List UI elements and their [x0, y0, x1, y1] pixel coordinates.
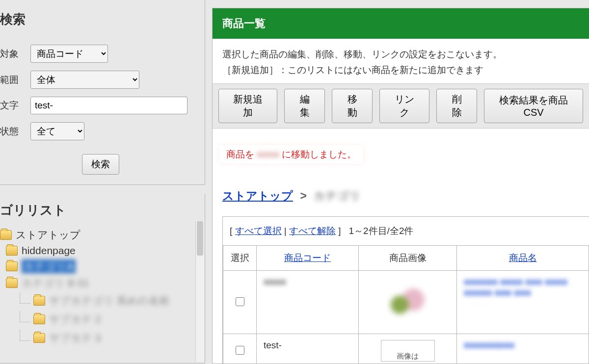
th-name-sort[interactable]: 商品名	[509, 253, 537, 263]
folder-icon	[33, 314, 45, 324]
tree-label: サブカテ 2	[49, 312, 101, 326]
page-title: 商品一覧	[213, 8, 589, 39]
notice-suffix: に移動しました。	[282, 149, 356, 159]
desc-line-2: ［新規追加］：このリストにはない商品を新たに追加できます	[222, 62, 579, 78]
no-image-placeholder: 画像は	[381, 340, 435, 362]
toolbar: 新規追加 編集 移動 リンク 削除 検索結果を商品CSV	[213, 83, 589, 129]
breadcrumb-root[interactable]: ストアトップ	[222, 189, 293, 202]
product-table: 選択 商品コード 商品画像 商品名 ■■■■■■■■■■ ■■■■ ■■■ ■■…	[223, 245, 589, 364]
category-tree: ストアトップhiddenpageカテゴリAカテゴリ B 01サブカテゴリ 長めの…	[0, 225, 205, 347]
select-state[interactable]: 全て	[30, 122, 84, 140]
range-text: 1～2件目/全2件	[348, 226, 413, 236]
add-button[interactable]: 新規追加	[218, 89, 277, 123]
tree-label: ストアトップ	[16, 228, 80, 242]
category-panel: ゴリリスト ストアトップhiddenpageカテゴリAカテゴリ B 01サブカテ…	[0, 194, 205, 364]
tree-item[interactable]: hiddenpage	[6, 243, 205, 258]
row-range: 範囲 全体	[0, 71, 201, 89]
breadcrumb-sep: >	[300, 189, 306, 202]
tree-guide	[20, 330, 30, 341]
search-panel: 検索 対象 商品コード 範囲 全体 文字 状態 全て	[0, 0, 205, 185]
scrollbar[interactable]	[195, 221, 204, 362]
move-button[interactable]: 移動	[332, 89, 373, 123]
tree-item[interactable]: サブカテゴリ 長めの名前	[23, 291, 205, 310]
select-range[interactable]: 全体	[30, 71, 139, 89]
select-all-link[interactable]: すべて選択	[235, 226, 282, 236]
label-text: 文字	[0, 99, 30, 112]
tree-item[interactable]: ストアトップ	[0, 227, 205, 243]
desc-line-1: 選択した商品の編集、削除、移動、リンクの設定をおこないます。	[222, 47, 579, 62]
tree-label: カテゴリA	[22, 260, 76, 273]
folder-icon	[33, 296, 45, 306]
tree-item[interactable]: サブカテ 2	[23, 310, 205, 329]
search-title: 検索	[0, 0, 201, 37]
cell-name: ■■■■■■■■■	[464, 340, 514, 350]
row-checkbox[interactable]	[236, 346, 244, 355]
table-row: test-画像は■■■■■■■■■	[223, 334, 589, 364]
cell-code: test-	[264, 340, 282, 350]
table-row: ■■■■■■■■■■ ■■■■ ■■■ ■■■■ ■■■■■ ■■■ ■■■	[223, 270, 589, 334]
row-target: 対象 商品コード	[0, 45, 201, 63]
left-panel: 検索 対象 商品コード 範囲 全体 文字 状態 全て	[0, 0, 205, 364]
th-code-sort[interactable]: 商品コード	[284, 253, 331, 263]
tree-label: hiddenpage	[22, 245, 76, 257]
th-image: 商品画像	[359, 245, 457, 270]
tree-label: サブカテ 3	[49, 331, 101, 345]
list-controls: [ すべて選択 | すべて解除 ] 1～2件目/全2件	[223, 217, 589, 245]
folder-icon	[33, 333, 45, 343]
notice-target: ■■■■	[257, 149, 279, 159]
csv-button[interactable]: 検索結果を商品CSV	[484, 89, 583, 123]
cell-name: ■■■■■■ ■■■■ ■■■ ■■■■ ■■■■■ ■■■ ■■■	[464, 277, 567, 298]
row-checkbox[interactable]	[236, 297, 244, 306]
cell-code: ■■■■	[264, 277, 286, 287]
search-button[interactable]: 検索	[82, 154, 119, 175]
th-select: 選択	[223, 245, 257, 270]
select-target[interactable]: 商品コード	[30, 45, 108, 63]
folder-icon	[0, 230, 12, 240]
label-state: 状態	[0, 125, 30, 138]
input-search-text[interactable]	[30, 97, 187, 114]
tree-label: サブカテゴリ 長めの名前	[49, 294, 169, 308]
label-target: 対象	[0, 48, 30, 60]
delete-button[interactable]: 削除	[436, 89, 477, 123]
row-state: 状態 全て	[0, 122, 201, 140]
notice-prefix: 商品を	[226, 149, 254, 159]
product-list: [ すべて選択 | すべて解除 ] 1～2件目/全2件 選択 商品コード 商品画…	[222, 216, 589, 364]
label-range: 範囲	[0, 74, 30, 86]
category-title: ゴリリスト	[0, 194, 205, 225]
status-notice: 商品を ■■■■ に移動しました。	[219, 145, 363, 164]
page-description: 選択した商品の編集、削除、移動、リンクの設定をおこないます。 ［新規追加］：この…	[213, 39, 589, 83]
tree-label: カテゴリ B 01	[22, 276, 89, 290]
tree-item[interactable]: カテゴリ B 01	[6, 275, 205, 291]
row-text: 文字	[0, 97, 201, 114]
folder-icon	[6, 261, 18, 271]
edit-button[interactable]: 編集	[284, 89, 325, 123]
breadcrumb: ストアトップ > カテゴリ	[213, 164, 589, 204]
folder-icon	[6, 246, 18, 256]
folder-icon	[6, 278, 18, 288]
link-button[interactable]: リンク	[379, 89, 429, 123]
breadcrumb-current: カテゴリ	[314, 189, 361, 202]
right-panel: 商品一覧 選択した商品の編集、削除、移動、リンクの設定をおこないます。 ［新規追…	[212, 8, 589, 364]
tree-guide	[20, 293, 30, 304]
deselect-all-link[interactable]: すべて解除	[289, 226, 336, 236]
product-thumbnail	[381, 277, 435, 328]
tree-item[interactable]: カテゴリA	[6, 258, 205, 275]
tree-guide	[20, 312, 30, 322]
tree-item[interactable]: サブカテ 3	[23, 329, 205, 347]
